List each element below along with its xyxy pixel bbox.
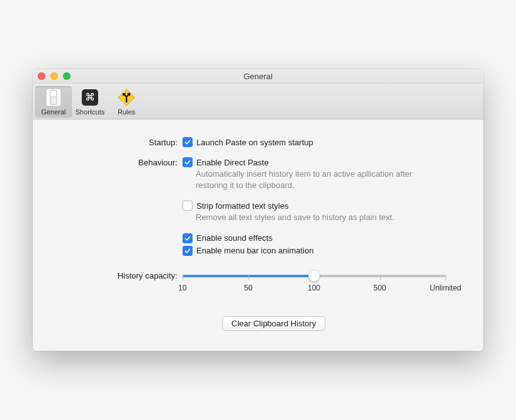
history-capacity-label: History capacity:	[70, 271, 182, 280]
checkbox-checked-icon	[182, 233, 193, 243]
slider-tick-labels: 10 50 100 500 Unlimited	[182, 284, 446, 295]
slider-track	[182, 275, 446, 277]
option-label: Launch Paste on system startup	[196, 138, 313, 147]
option-label: Enable menu bar icon animation	[196, 246, 313, 255]
launch-on-startup-option[interactable]: Launch Paste on system startup	[182, 137, 446, 147]
tab-shortcuts[interactable]: ⌘ Shortcuts	[72, 86, 108, 118]
startup-label: Startup:	[70, 137, 182, 147]
tick-label: 10	[178, 284, 186, 292]
zoom-button[interactable]	[63, 72, 70, 80]
tab-label: Rules	[108, 108, 145, 116]
tick-label: 50	[244, 284, 252, 292]
svg-rect-2	[50, 91, 57, 97]
option-label: Enable Direct Paste	[196, 158, 269, 167]
window-controls	[38, 72, 70, 80]
behaviour-label: Behaviour:	[70, 157, 182, 167]
enable-direct-paste-option[interactable]: Enable Direct Paste	[182, 157, 446, 167]
history-capacity-slider[interactable]: 10 50 100 500 Unlimited	[182, 271, 446, 295]
titlebar: General	[33, 69, 483, 84]
startup-row: Startup: Launch Paste on system startup	[70, 137, 446, 148]
behaviour-row: Behaviour: Enable Direct Paste Automatic…	[70, 157, 446, 257]
checkbox-unchecked-icon	[182, 201, 193, 211]
tick-label: 100	[308, 284, 320, 292]
history-capacity-row: History capacity: 10 50	[70, 271, 446, 295]
tab-label: Shortcuts	[72, 108, 108, 116]
command-key-icon: ⌘	[80, 87, 100, 108]
preferences-window: General General ⌘ Shortcuts	[33, 69, 483, 351]
tick-label: 500	[373, 284, 386, 292]
checkbox-checked-icon	[182, 137, 193, 147]
tab-rules[interactable]: Rules	[108, 86, 145, 118]
switch-icon	[43, 87, 64, 108]
tab-general[interactable]: General	[35, 86, 72, 118]
clear-history-button[interactable]: Clear Clipboard History	[222, 316, 325, 331]
option-label: Strip formatted text styles	[196, 201, 289, 211]
enable-sound-option[interactable]: Enable sound effects	[182, 233, 446, 243]
slider-knob[interactable]	[308, 270, 320, 282]
window-title: General	[33, 72, 483, 81]
checkbox-checked-icon	[182, 157, 193, 167]
road-sign-icon	[116, 87, 137, 108]
strip-formatted-description: Remove all text styles and save to histo…	[196, 212, 429, 223]
strip-formatted-option[interactable]: Strip formatted text styles	[182, 201, 446, 211]
toolbar: General ⌘ Shortcuts Rules	[33, 84, 483, 119]
minimize-button[interactable]	[50, 72, 58, 80]
enable-menu-anim-option[interactable]: Enable menu bar icon animation	[182, 246, 446, 256]
option-label: Enable sound effects	[196, 233, 272, 243]
tick-label: Unlimited	[430, 284, 461, 292]
svg-text:⌘: ⌘	[85, 92, 95, 102]
button-row: Clear Clipboard History	[70, 316, 446, 331]
content-area: Startup: Launch Paste on system startup …	[33, 119, 483, 351]
tab-label: General	[35, 108, 72, 116]
close-button[interactable]	[38, 72, 45, 80]
checkbox-checked-icon	[182, 246, 193, 256]
direct-paste-description: Automatically insert history item to an …	[196, 169, 429, 191]
